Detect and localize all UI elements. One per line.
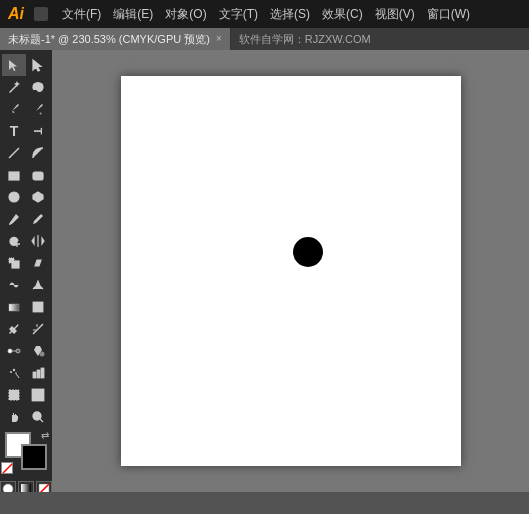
- svg-point-41: [3, 484, 13, 492]
- live-paint-bucket-tool[interactable]: [26, 340, 50, 362]
- vertical-text-tool[interactable]: T: [26, 120, 50, 142]
- pen-add-tool[interactable]: +: [26, 98, 50, 120]
- slice-tool[interactable]: [26, 384, 50, 406]
- tool-row-1: [0, 54, 52, 76]
- tool-row-10: [0, 252, 52, 274]
- tool-row-7: [0, 186, 52, 208]
- menu-type[interactable]: 文字(T): [213, 4, 264, 25]
- column-graph-tool[interactable]: [26, 362, 50, 384]
- svg-point-22: [8, 349, 12, 353]
- swatch-area: ⇄: [5, 432, 47, 470]
- stroke-swatch[interactable]: [21, 444, 47, 470]
- rect-tool[interactable]: [2, 164, 26, 186]
- shear-tool[interactable]: [26, 252, 50, 274]
- extra-tools-row: [0, 481, 52, 492]
- svg-line-40: [3, 463, 12, 473]
- artboard: [121, 76, 461, 466]
- title-bar: Ai 文件(F) 编辑(E) 对象(O) 文字(T) 选择(S) 效果(C) 视…: [0, 0, 529, 28]
- svg-rect-13: [9, 258, 14, 263]
- svg-point-25: [40, 352, 45, 357]
- svg-marker-2: [33, 60, 41, 71]
- tab-close-button[interactable]: ×: [216, 34, 222, 44]
- measure-tool[interactable]: [26, 318, 50, 340]
- svg-rect-42: [21, 484, 31, 492]
- tool-row-15: [0, 362, 52, 384]
- menu-edit[interactable]: 编辑(E): [107, 4, 159, 25]
- tool-row-2: [0, 76, 52, 98]
- menu-window[interactable]: 窗口(W): [421, 4, 476, 25]
- pen-tool[interactable]: [2, 98, 26, 120]
- menu-effect[interactable]: 效果(C): [316, 4, 369, 25]
- tool-row-12: [0, 296, 52, 318]
- artboard-tool[interactable]: [2, 384, 26, 406]
- pencil-tool[interactable]: [26, 208, 50, 230]
- no-color-icon[interactable]: [1, 462, 13, 474]
- svg-rect-0: [34, 7, 48, 21]
- scale-tool[interactable]: [2, 252, 26, 274]
- svg-point-27: [13, 369, 15, 371]
- tool-row-9: [0, 230, 52, 252]
- svg-marker-10: [32, 238, 34, 244]
- none-btn[interactable]: [36, 481, 52, 492]
- svg-rect-6: [33, 172, 43, 180]
- svg-rect-29: [33, 372, 36, 378]
- brush-tool[interactable]: [2, 208, 26, 230]
- tool-row-13: [0, 318, 52, 340]
- svg-marker-11: [42, 238, 44, 244]
- svg-rect-31: [41, 368, 44, 378]
- active-tab[interactable]: 未标题-1* @ 230.53% (CMYK/GPU 预览) ×: [0, 28, 231, 50]
- color-swatches: ⇄: [0, 428, 52, 492]
- blend-tool[interactable]: [2, 340, 26, 362]
- svg-rect-32: [9, 390, 19, 400]
- zoom-tool[interactable]: [26, 406, 50, 428]
- menu-file[interactable]: 文件(F): [56, 4, 107, 25]
- svg-point-28: [15, 372, 17, 374]
- reflect-tool[interactable]: [26, 230, 50, 252]
- rotate-tool[interactable]: [2, 230, 26, 252]
- line-segment-tool[interactable]: [2, 142, 26, 164]
- reshape-tool[interactable]: [26, 274, 50, 296]
- eyedropper-tool[interactable]: [2, 318, 26, 340]
- ellipse-object[interactable]: [293, 237, 323, 267]
- tool-row-5: [0, 142, 52, 164]
- svg-line-37: [40, 419, 43, 422]
- menu-select[interactable]: 选择(S): [264, 4, 316, 25]
- svg-marker-8: [33, 192, 43, 202]
- swap-fill-stroke-icon[interactable]: ⇄: [41, 430, 49, 441]
- canvas-area: [52, 50, 529, 492]
- svg-marker-14: [35, 260, 41, 266]
- text-tool[interactable]: T: [2, 120, 26, 142]
- symbol-sprayer-tool[interactable]: [2, 362, 26, 384]
- warp-tool[interactable]: [2, 274, 26, 296]
- tool-row-6: [0, 164, 52, 186]
- app-logo: Ai: [8, 5, 24, 23]
- magic-wand-tool[interactable]: [2, 76, 26, 98]
- color-btn[interactable]: [0, 481, 16, 492]
- mesh-tool[interactable]: [26, 296, 50, 318]
- app-icon: [32, 5, 50, 23]
- lasso-tool[interactable]: [26, 76, 50, 98]
- tabs-bar: 未标题-1* @ 230.53% (CMYK/GPU 预览) × 软件自学网：R…: [0, 28, 529, 50]
- menu-view[interactable]: 视图(V): [369, 4, 421, 25]
- tool-row-8: [0, 208, 52, 230]
- main-layout: + T T: [0, 50, 529, 492]
- selection-tool[interactable]: [2, 54, 26, 76]
- direct-selection-tool[interactable]: [26, 54, 50, 76]
- tool-row-11: [0, 274, 52, 296]
- gradient-mini-btn[interactable]: [18, 481, 34, 492]
- svg-marker-1: [9, 60, 17, 71]
- svg-text:+: +: [39, 110, 43, 116]
- svg-line-4: [9, 148, 19, 158]
- polygon-tool[interactable]: [26, 186, 50, 208]
- hand-tool[interactable]: [2, 406, 26, 428]
- tool-row-4: T T: [0, 120, 52, 142]
- ellipse-tool[interactable]: [2, 186, 26, 208]
- gradient-tool[interactable]: [2, 296, 26, 318]
- rounded-rect-tool[interactable]: [26, 164, 50, 186]
- svg-rect-15: [9, 304, 19, 311]
- svg-point-23: [16, 349, 20, 353]
- svg-line-19: [33, 324, 43, 334]
- menu-object[interactable]: 对象(O): [159, 4, 212, 25]
- arc-tool[interactable]: [26, 142, 50, 164]
- tool-row-3: +: [0, 98, 52, 120]
